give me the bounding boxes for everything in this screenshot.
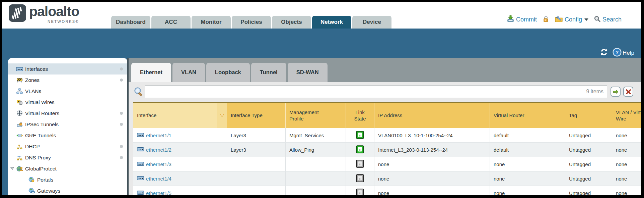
sidebar-item-portals[interactable]: Portals [8, 174, 127, 185]
interface-sort-button[interactable] [217, 103, 227, 128]
sidebar-item-label: Gateways [37, 188, 127, 194]
expander-open-icon[interactable] [8, 167, 16, 170]
virtual-router-cell: default [490, 143, 565, 157]
ethernet-interface-icon [137, 133, 144, 138]
subtab-vlan[interactable]: VLAN [172, 63, 205, 82]
clear-filter-button[interactable] [623, 87, 633, 97]
link-state-cell [346, 143, 374, 157]
interface-type-cell [227, 186, 286, 195]
commit-button[interactable]: Commit [516, 16, 537, 23]
table-header-row: InterfaceInterface TypeManagement Profil… [133, 102, 641, 128]
sidebar-item-dhcp[interactable]: IPDHCP [8, 141, 127, 152]
nav-tab-monitor[interactable]: Monitor [192, 16, 231, 29]
sidebar-item-label: Virtual Wires [25, 99, 127, 105]
column-header-label: IP Address [378, 112, 402, 119]
workspace: InterfacesZonesVLANsVirtual WiresVirtual… [2, 58, 641, 195]
sidebar-item-ipsec-tunnels[interactable]: IPSec Tunnels [8, 119, 127, 130]
link-state-up-icon[interactable] [356, 145, 364, 154]
ip-address-cell: none [374, 157, 490, 171]
sidebar-item-globalprotect[interactable]: GlobalProtect [8, 163, 127, 174]
unsaved-changes-dot [120, 156, 123, 159]
sidebar-item-label: Virtual Routers [25, 110, 120, 116]
main-nav-tabs: DashboardACCMonitorPoliciesObjectsNetwor… [111, 16, 391, 29]
column-header-vlan-virtual-wire[interactable]: VLAN / Virtual Wire [612, 103, 641, 128]
interface-link[interactable]: ethernet1/4 [146, 176, 171, 182]
virtual-router-cell: none [490, 157, 565, 171]
subtab-ethernet[interactable]: Ethernet [131, 63, 171, 82]
search-button[interactable]: Search [602, 16, 622, 23]
link-state-down-icon[interactable] [356, 189, 364, 196]
nav-tab-objects[interactable]: Objects [272, 16, 311, 29]
column-header-interface[interactable]: Interface [133, 103, 217, 128]
link-state-cell [346, 171, 374, 186]
help-icon: ? [613, 48, 622, 58]
sidebar-item-virtual-wires[interactable]: Virtual Wires [8, 97, 127, 108]
interface-type-cell [227, 171, 286, 186]
lock-icon[interactable] [542, 15, 549, 24]
interface-cell: ethernet1/1 [133, 128, 227, 142]
nav-tab-policies[interactable]: Policies [232, 16, 271, 29]
top-header: paloalto NETWORKS® DashboardACCMonitorPo… [2, 2, 641, 29]
subtab-loopback[interactable]: Loopback [206, 63, 250, 82]
interface-cell: ethernet1/4 [133, 171, 227, 186]
nav-tab-acc[interactable]: ACC [151, 16, 191, 29]
sidebar-item-interfaces[interactable]: Interfaces [8, 63, 127, 75]
subtab-tunnel[interactable]: Tunnel [251, 63, 286, 82]
link-state-down-icon[interactable] [356, 160, 364, 169]
help-button[interactable]: ? Help [613, 48, 634, 58]
nav-tab-dashboard[interactable]: Dashboard [111, 16, 150, 29]
management-profile-cell [286, 186, 346, 195]
sidebar-item-vlans[interactable]: VLANs [8, 86, 127, 97]
ethernet-interface-icon [137, 190, 144, 196]
link-state-up-icon[interactable] [356, 131, 364, 140]
interface-link[interactable]: ethernet1/2 [146, 147, 171, 153]
config-caret-down-icon[interactable] [584, 18, 588, 21]
sidebar-item-gre-tunnels[interactable]: GRE Tunnels [8, 130, 127, 141]
management-profile-cell: Mgmt_Services [286, 128, 346, 142]
management-profile-cell: Allow_Ping [286, 143, 346, 157]
svg-text:DNS: DNS [17, 155, 21, 157]
sidebar-item-virtual-routers[interactable]: Virtual Routers [8, 108, 127, 119]
virtual-router-cell: none [490, 171, 565, 186]
management-profile-cell [286, 157, 346, 171]
management-profile-cell [286, 171, 346, 186]
column-header-virtual-router[interactable]: Virtual Router [490, 103, 565, 128]
column-header-tag[interactable]: Tag [565, 103, 612, 128]
sidebar-item-label: VLANs [25, 88, 127, 94]
virtual-router-cell: default [490, 128, 565, 142]
sidebar-item-gateways[interactable]: Gateways [8, 185, 127, 195]
portals-icon [28, 177, 35, 183]
interface-link[interactable]: ethernet1/5 [146, 190, 171, 196]
interface-link[interactable]: ethernet1/3 [146, 161, 171, 167]
sidebar-item-label: DHCP [25, 144, 120, 150]
config-menu-button[interactable]: Config [565, 16, 582, 23]
column-header-interface-type[interactable]: Interface Type [227, 103, 286, 128]
subtab-sd-wan[interactable]: SD-WAN [288, 63, 328, 82]
column-header-label: Management Profile [289, 109, 321, 122]
apply-filter-button[interactable] [611, 87, 621, 97]
sidebar-item-label: IPSec Tunnels [25, 121, 120, 128]
tag-cell: Untagged [565, 171, 612, 186]
column-header-link-state[interactable]: Link State [346, 103, 374, 128]
sidebar-item-dns-proxy[interactable]: DNSDNS Proxy [8, 152, 127, 163]
brand-subtitle: NETWORKS® [29, 19, 79, 23]
table-body: ethernet1/1Layer3Mgmt_ServicesVLAN0100_L… [133, 128, 641, 195]
paloalto-logo: paloalto NETWORKS® [9, 4, 79, 24]
column-header-ip-address[interactable]: IP Address [374, 103, 490, 128]
column-header-management-profile[interactable]: Management Profile [286, 103, 346, 128]
ip-address-cell: VLAN0100_L3_10-1-100-254--24 [374, 128, 490, 142]
sidebar-item-label: GlobalProtect [25, 166, 127, 172]
interface-cell: ethernet1/5 [133, 186, 227, 195]
filter-input[interactable] [148, 87, 586, 97]
filter-search-icon [133, 86, 145, 97]
refresh-icon[interactable] [599, 48, 609, 58]
link-state-down-icon[interactable] [356, 174, 364, 183]
interface-link[interactable]: ethernet1/1 [146, 133, 171, 138]
header-utilities: Commit Config Search [507, 15, 622, 24]
unsaved-changes-dot [120, 79, 123, 82]
sidebar-item-label: Portals [37, 177, 127, 183]
config-icon [555, 15, 563, 24]
nav-tab-network[interactable]: Network [312, 16, 351, 29]
sidebar-item-zones[interactable]: Zones [8, 75, 127, 86]
nav-tab-device[interactable]: Device [352, 16, 391, 29]
